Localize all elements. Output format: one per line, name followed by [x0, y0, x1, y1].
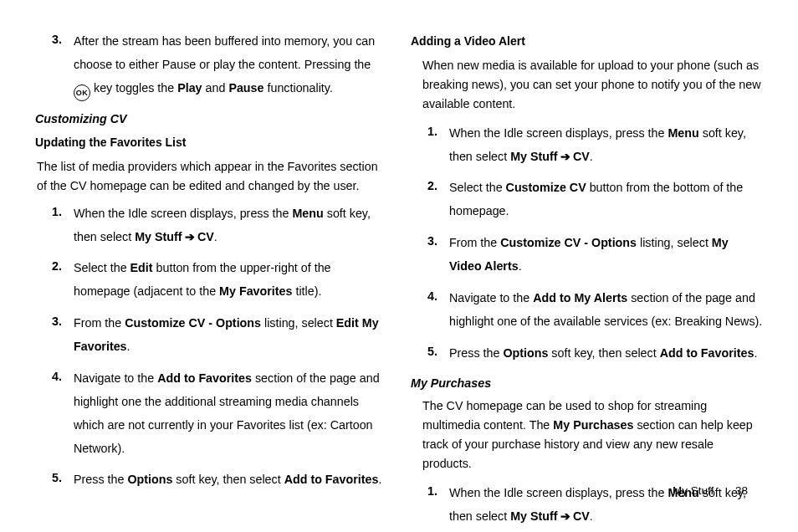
step-number: 5. [422, 342, 437, 366]
step-text: When the Idle screen displays, press the… [449, 122, 763, 169]
arrow-icon: ➔ [558, 509, 573, 523]
intro-paragraph: The list of media providers which appear… [35, 157, 387, 196]
step-text: When the Idle screen displays, press the… [74, 202, 387, 249]
step-number: 2. [47, 257, 62, 304]
intro-purchases: The CV homepage can be used to shop for … [422, 396, 763, 473]
step-number: 3. [47, 30, 62, 101]
step-number: 3. [422, 232, 437, 279]
step-item: 1.When the Idle screen displays, press t… [411, 122, 763, 169]
step-number: 5. [47, 468, 62, 492]
heading-my-purchases: My Purchases [411, 374, 763, 394]
step-number: 1. [422, 122, 437, 169]
step-item: 3.From the Customize CV - Options listin… [411, 232, 763, 279]
steps-list-left: 1.When the Idle screen displays, press t… [35, 202, 387, 493]
step-item: 2.Select the Edit button from the upper-… [35, 257, 387, 304]
ok-icon: OK [74, 84, 90, 101]
step-text: Navigate to the Add to Favorites section… [74, 367, 387, 461]
step-text: Navigate to the Add to My Alerts section… [449, 287, 763, 334]
step-text: Press the Options soft key, then select … [449, 342, 763, 366]
step-text: Press the Options soft key, then select … [74, 468, 387, 492]
arrow-icon: ➔ [182, 230, 197, 243]
footer-page-number: 38 [735, 484, 748, 497]
heading-customizing-cv: Customizing CV [35, 110, 387, 130]
step-number: 1. [47, 202, 62, 249]
arrow-icon: ➔ [558, 150, 573, 163]
page-footer: My Stuff 38 [673, 482, 748, 500]
step-number: 3. [47, 312, 62, 359]
step-number: 1. [422, 482, 437, 529]
intro-paragraph-right: When new media is available for upload t… [422, 56, 763, 114]
step-item: 5.Press the Options soft key, then selec… [35, 468, 387, 492]
step-item: 4.Navigate to the Add to Favorites secti… [35, 367, 387, 461]
step-number: 2. [422, 176, 437, 223]
step-number: 4. [422, 287, 437, 334]
column-right: Adding a Video Alert When new media is a… [411, 30, 763, 532]
step-item: 4.Navigate to the Add to My Alerts secti… [411, 287, 763, 334]
step-item: 3.From the Customize CV - Options listin… [35, 312, 387, 359]
step-item: 5.Press the Options soft key, then selec… [411, 342, 763, 366]
step-text: After the stream has been buffered into … [74, 30, 387, 101]
column-left: 3. After the stream has been buffered in… [35, 30, 387, 532]
step-number: 4. [47, 367, 62, 461]
step-text: From the Customize CV - Options listing,… [74, 312, 387, 359]
prior-step-item: 3. After the stream has been buffered in… [35, 30, 387, 101]
step-text: From the Customize CV - Options listing,… [449, 232, 763, 279]
step-text: Select the Edit button from the upper-ri… [74, 257, 387, 304]
subheading-adding-video-alert: Adding a Video Alert [411, 32, 763, 51]
page-content: 3. After the stream has been buffered in… [0, 0, 798, 532]
step-item: 2.Select the Customize CV button from th… [411, 176, 763, 223]
step-item: 1.When the Idle screen displays, press t… [35, 202, 387, 249]
steps-list-right: 1.When the Idle screen displays, press t… [411, 122, 763, 366]
step-text: Select the Customize CV button from the … [449, 176, 763, 223]
footer-section: My Stuff [673, 484, 714, 497]
subheading-updating-favorites: Updating the Favorites List [35, 133, 387, 152]
